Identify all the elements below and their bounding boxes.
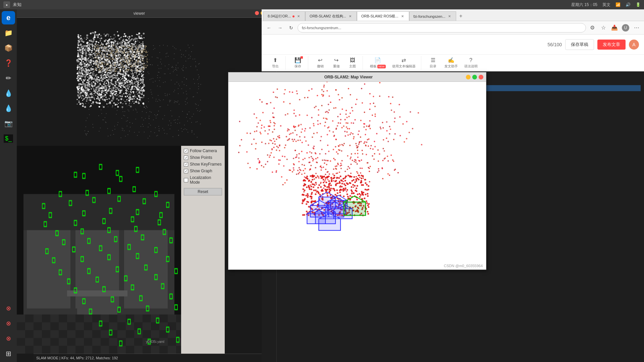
- sidebar-item-apps[interactable]: ⊞: [2, 347, 15, 360]
- sidebar-item-edge[interactable]: e: [2, 11, 15, 24]
- browser-tool-2[interactable]: ☆: [599, 23, 608, 33]
- tab4-label: fzi-forschungszen...: [414, 14, 445, 18]
- map-viewer-titlebar: ORB-SLAM2: Map Viewer: [228, 72, 486, 82]
- help-toolbar-label: 语法说明: [464, 64, 478, 69]
- localization-mode-label: Localization Mode: [190, 175, 222, 185]
- export-button[interactable]: ⬆ 导出: [268, 56, 283, 70]
- redo-icon: ↪: [334, 57, 338, 63]
- template-icon: 📄: [374, 57, 381, 63]
- author-button[interactable]: ✍ 发文助手: [442, 56, 461, 70]
- save-draft-button[interactable]: 保存草稿: [565, 39, 594, 50]
- tab4-close[interactable]: ✕: [447, 14, 452, 19]
- template-button[interactable]: 📄 模板 NEW: [367, 56, 388, 70]
- text-editor-label: 使用文本编辑器: [392, 64, 416, 69]
- system-bar-left: ● 未知: [3, 1, 21, 8]
- publish-button[interactable]: 发布文章: [597, 40, 626, 50]
- forward-button[interactable]: →: [275, 23, 285, 33]
- back-button[interactable]: ←: [264, 23, 274, 33]
- action-group-template: 📄 模板 NEW ⇄ 使用文本编辑器: [365, 56, 421, 70]
- follow-camera-control[interactable]: Follow Camera: [184, 148, 222, 153]
- show-keyframes-control[interactable]: Show KeyFrames: [184, 162, 222, 167]
- save-icon: 💾: [294, 57, 301, 63]
- action-group-toc: ☰ 目录 ✍ 发文助手 ? 语法说明: [423, 56, 483, 70]
- map-minimize-btn[interactable]: [466, 75, 471, 79]
- toc-icon: ☰: [431, 57, 435, 63]
- new-tab-button[interactable]: +: [456, 11, 466, 21]
- sidebar-item-package[interactable]: 📦: [2, 41, 15, 55]
- system-bar-right: 星期六 15：05 英文 📶 🔊 🔋: [571, 2, 641, 8]
- browser-profile[interactable]: U: [621, 23, 630, 33]
- tab3-close[interactable]: ✕: [400, 14, 405, 18]
- reset-button[interactable]: Reset: [184, 188, 222, 195]
- toc-button[interactable]: ☰ 目录: [426, 56, 441, 70]
- show-points-checkbox[interactable]: [184, 156, 188, 160]
- show-graph-control[interactable]: Show Graph: [184, 169, 222, 173]
- system-app-name: 未知: [13, 2, 21, 8]
- user-avatar[interactable]: A: [629, 40, 639, 50]
- tab2-close[interactable]: ✕: [348, 14, 353, 19]
- author-icon: ✍: [448, 57, 454, 63]
- text-editor-button[interactable]: ⇄ 使用文本编辑器: [389, 56, 418, 70]
- battery-icon: 🔋: [636, 2, 641, 7]
- map-maximize-btn[interactable]: [472, 75, 477, 79]
- map-viewer-title: ORB-SLAM2: Map Viewer: [231, 75, 466, 79]
- sidebar-item-error1[interactable]: ⊗: [2, 302, 15, 315]
- sidebar-item-camera[interactable]: 📷: [2, 117, 15, 130]
- sidebar-item-terminal[interactable]: $_: [2, 132, 15, 145]
- pointcloud-scene: /* SVG dots generated inline */ 17.0 FPS: [17, 18, 262, 155]
- template-new-badge: NEW: [377, 65, 386, 68]
- save-button[interactable]: 💾 保存: [290, 56, 305, 70]
- yaml-label: yD435i.yaml: [146, 340, 164, 344]
- address-bar[interactable]: fzi-forschungszentrum...: [298, 23, 586, 33]
- localization-mode-control[interactable]: Localization Mode: [184, 175, 222, 185]
- tab1-close[interactable]: ✕: [296, 14, 301, 19]
- main-image-button[interactable]: 🖼 主图: [345, 56, 360, 70]
- show-keyframes-label: Show KeyFrames: [190, 162, 222, 167]
- activity-dot: ●: [3, 1, 10, 8]
- show-graph-label: Show Graph: [190, 169, 212, 173]
- refresh-button[interactable]: ↻: [286, 23, 296, 33]
- control-panel: Follow Camera Show Points Show KeyFrames…: [181, 146, 225, 354]
- sidebar-item-error2[interactable]: ⊗: [2, 317, 15, 330]
- browser-tab-1[interactable]: 8.04运行OR... ✕: [263, 11, 305, 21]
- sidebar-item-folder[interactable]: 📁: [2, 26, 15, 40]
- map-close-btn[interactable]: [479, 75, 483, 79]
- show-points-control[interactable]: Show Points: [184, 155, 222, 160]
- camera-view-inner: yD435i.yaml: [17, 146, 181, 354]
- author-label: 发文助手: [444, 64, 458, 69]
- follow-camera-checkbox[interactable]: [184, 149, 188, 153]
- toolbar-icons: ⚙ ☆ 📥 U ⋯: [588, 23, 641, 33]
- sidebar-item-help[interactable]: ❓: [2, 56, 15, 70]
- sidebar-item-droplet1[interactable]: 💧: [2, 86, 15, 100]
- main-image-label: 主图: [349, 64, 356, 69]
- undo-icon: ↩: [318, 57, 322, 63]
- tab3-label: ORB-SLAM2 ROS模...: [361, 14, 398, 19]
- pointcloud-view[interactable]: /* SVG dots generated inline */ 17.0 FPS: [17, 18, 262, 155]
- browser-tab-4[interactable]: fzi-forschungszen... ✕: [409, 11, 456, 21]
- template-label: 模板 NEW: [370, 64, 386, 69]
- export-icon: ⬆: [273, 57, 277, 63]
- sidebar-item-droplet2[interactable]: 💧: [2, 102, 15, 115]
- browser-more-button[interactable]: ⋯: [632, 23, 641, 33]
- sidebar-item-pen[interactable]: ✏: [2, 71, 15, 85]
- undo-button[interactable]: ↩ 撤销: [313, 56, 328, 70]
- show-keyframes-checkbox[interactable]: [184, 162, 188, 167]
- browser-toolbar: ← → ↻ fzi-forschungszentrum... ⚙ ☆ 📥 U ⋯: [262, 21, 644, 35]
- help-toolbar-button[interactable]: ? 语法说明: [462, 56, 480, 70]
- system-bar: ● 未知 星期六 15：05 英文 📶 🔊 🔋: [0, 0, 644, 9]
- browser-tab-3[interactable]: ORB-SLAM2 ROS模... ✕: [357, 11, 409, 21]
- map-content[interactable]: CSDN @m0_60355964: [228, 82, 486, 269]
- help-toolbar-icon: ?: [469, 57, 472, 63]
- camera-view: yD435i.yaml: [17, 146, 181, 354]
- action-group-export: ⬆ 导出: [265, 56, 286, 70]
- browser-tool-1[interactable]: ⚙: [588, 23, 597, 33]
- show-graph-checkbox[interactable]: [184, 169, 188, 173]
- sidebar-item-error3[interactable]: ⊗: [2, 332, 15, 345]
- sidebar-left: e 📁 📦 ❓ ✏ 💧 💧 📷 $_ ⊗ ⊗ ⊗ ⊞: [0, 9, 17, 362]
- browser-tool-3[interactable]: 📥: [610, 23, 619, 33]
- browser-tab-2[interactable]: ORB-SLAM2 在线构... ✕: [305, 11, 357, 21]
- redo-button[interactable]: ↪ 重做: [329, 56, 344, 70]
- viewer-close-btn[interactable]: [255, 11, 259, 15]
- localization-mode-checkbox[interactable]: [184, 178, 188, 182]
- tab2-label: ORB-SLAM2 在线构...: [310, 14, 346, 19]
